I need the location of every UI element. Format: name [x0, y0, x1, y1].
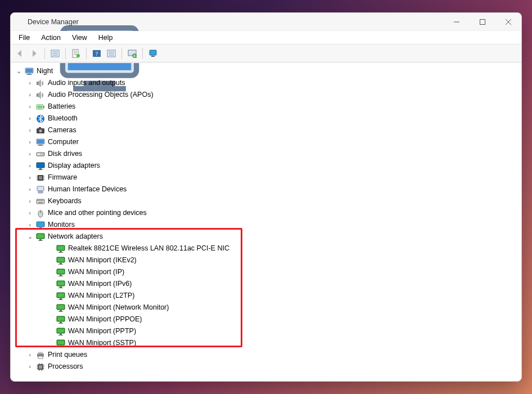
tree-item-label: Batteries: [48, 101, 75, 113]
tree-item-network-adapters[interactable]: ⌄Network adapters: [14, 231, 521, 243]
chevron-right-icon[interactable]: ›: [26, 160, 33, 172]
tree-item-label: WAN Miniport (IKEv2): [68, 254, 137, 266]
wan-miniport-pppoe-icon: [56, 315, 66, 325]
tree-item-label: Print queues: [48, 349, 87, 361]
pane-icon: [107, 49, 116, 58]
close-button[interactable]: [495, 13, 521, 31]
tree-item-label: WAN Miniport (SSTP): [68, 337, 136, 349]
tree-item-wan-miniport-l2tp[interactable]: ›WAN Miniport (L2TP): [14, 290, 521, 302]
menu-help[interactable]: Help: [93, 32, 119, 43]
tree-item-wan-miniport-sstp[interactable]: ›WAN Miniport (SSTP): [14, 337, 521, 349]
tree-item-wan-miniport-ip[interactable]: ›WAN Miniport (IP): [14, 266, 521, 278]
wan-miniport-l2tp-icon: [56, 291, 66, 301]
toolbar-separator: [65, 48, 66, 59]
chevron-right-icon[interactable]: ›: [26, 361, 33, 373]
toolbar-separator: [86, 48, 87, 59]
show-hide-console-tree-button[interactable]: [48, 47, 62, 60]
tree-item-wan-miniport-network-monitor[interactable]: ›WAN Miniport (Network Monitor): [14, 302, 521, 314]
scan-hardware-button[interactable]: [125, 47, 139, 60]
tree-item-audio-processing-objects-apos[interactable]: ›Audio Processing Objects (APOs): [14, 89, 521, 101]
tree-item-label: Audio Processing Objects (APOs): [48, 89, 154, 101]
tree-item-label: Night: [37, 65, 53, 77]
tree-item-realtek-8821ce-wireless-lan-802-11ac-pci-e-nic[interactable]: ›Realtek 8821CE Wireless LAN 802.11ac PC…: [14, 243, 521, 254]
device-manager-window: Device Manager File Action View Help ⌄Ni…: [10, 12, 522, 382]
device-tree[interactable]: ⌄Night›Audio inputs and outputs›Audio Pr…: [11, 63, 521, 381]
device-icon: [148, 49, 157, 58]
tree-item-root[interactable]: ⌄Night: [14, 65, 521, 77]
batteries-icon: [35, 102, 46, 112]
tree-item-print-queues[interactable]: ›Print queues: [14, 349, 521, 361]
tree-item-processors[interactable]: ›Processors: [14, 361, 521, 373]
bluetooth-icon: [35, 114, 46, 124]
chevron-right-icon[interactable]: ›: [26, 124, 33, 136]
chevron-right-icon[interactable]: ›: [26, 136, 33, 148]
processors-icon: [35, 362, 46, 372]
tree-item-label: WAN Miniport (IP): [68, 266, 124, 278]
menu-view[interactable]: View: [66, 32, 93, 43]
properties-button[interactable]: [69, 47, 83, 60]
monitors-icon: [35, 220, 46, 230]
root-icon: [24, 66, 34, 77]
chevron-down-icon[interactable]: ⌄: [15, 65, 22, 77]
window-title: Device Manager: [28, 18, 79, 26]
add-legacy-hardware-button[interactable]: [146, 47, 160, 60]
tree-item-mice-and-other-pointing-devices[interactable]: ›Mice and other pointing devices: [14, 207, 521, 219]
tree-item-keyboards[interactable]: ›Keyboards: [14, 195, 521, 207]
menu-action[interactable]: Action: [35, 32, 66, 43]
chevron-right-icon[interactable]: ›: [26, 195, 33, 207]
minimize-button[interactable]: [444, 13, 470, 31]
chevron-right-icon[interactable]: ›: [26, 113, 33, 124]
tree-item-monitors[interactable]: ›Monitors: [14, 219, 521, 231]
print-queues-icon: [35, 350, 46, 360]
menu-file[interactable]: File: [13, 32, 35, 43]
tree-item-wan-miniport-pppoe[interactable]: ›WAN Miniport (PPPOE): [14, 314, 521, 325]
chevron-right-icon[interactable]: ›: [26, 207, 33, 219]
tree-item-label: Network adapters: [48, 231, 103, 243]
help-button[interactable]: [90, 47, 103, 60]
tree-item-label: Keyboards: [48, 195, 82, 207]
chevron-right-icon[interactable]: ›: [26, 183, 33, 195]
tree-item-label: WAN Miniport (IPv6): [68, 278, 132, 290]
wan-miniport-network-monitor-icon: [56, 303, 66, 313]
tree-item-disk-drives[interactable]: ›Disk drives: [14, 148, 521, 160]
audio-inputs-and-outputs-icon: [35, 78, 46, 88]
tree-item-display-adapters[interactable]: ›Display adapters: [14, 160, 521, 172]
tree-item-wan-miniport-pptp[interactable]: ›WAN Miniport (PPTP): [14, 325, 521, 337]
back-icon: [15, 49, 24, 58]
tree-item-label: Cameras: [48, 124, 76, 136]
mice-and-other-pointing-devices-icon: [35, 208, 46, 218]
chevron-down-icon[interactable]: ⌄: [26, 231, 33, 243]
audio-processing-objects-apos-icon: [35, 90, 46, 100]
title-bar[interactable]: Device Manager: [11, 13, 521, 31]
tree-item-audio-inputs-and-outputs[interactable]: ›Audio inputs and outputs: [14, 77, 521, 89]
tree-item-firmware[interactable]: ›Firmware: [14, 172, 521, 183]
tree-item-computer[interactable]: ›Computer: [14, 136, 521, 148]
tree-item-wan-miniport-ikev2[interactable]: ›WAN Miniport (IKEv2): [14, 254, 521, 266]
tree-item-wan-miniport-ipv6[interactable]: ›WAN Miniport (IPv6): [14, 278, 521, 290]
chevron-right-icon[interactable]: ›: [26, 148, 33, 160]
human-interface-devices-icon: [35, 185, 46, 195]
content-area: ⌄Night›Audio inputs and outputs›Audio Pr…: [11, 62, 521, 381]
tree-item-bluetooth[interactable]: ›Bluetooth: [14, 113, 521, 124]
tree-item-label: Monitors: [48, 219, 75, 231]
chevron-right-icon[interactable]: ›: [26, 219, 33, 231]
app-icon: [15, 17, 24, 26]
tree-item-label: Mice and other pointing devices: [48, 207, 147, 219]
action-pane-button[interactable]: [105, 47, 118, 60]
chevron-right-icon[interactable]: ›: [26, 349, 33, 361]
forward-button[interactable]: [28, 47, 41, 60]
chevron-right-icon[interactable]: ›: [26, 172, 33, 183]
wan-miniport-ipv6-icon: [56, 279, 66, 289]
wan-miniport-ikev2-icon: [56, 256, 66, 266]
tree-item-label: Realtek 8821CE Wireless LAN 802.11ac PCI…: [68, 243, 229, 254]
back-button[interactable]: [13, 47, 26, 60]
maximize-button[interactable]: [470, 13, 495, 31]
tree-item-batteries[interactable]: ›Batteries: [14, 101, 521, 113]
cameras-icon: [35, 126, 46, 136]
chevron-right-icon[interactable]: ›: [26, 101, 33, 113]
tree-item-cameras[interactable]: ›Cameras: [14, 124, 521, 136]
chevron-right-icon[interactable]: ›: [26, 77, 33, 89]
tree-item-label: WAN Miniport (Network Monitor): [68, 302, 169, 314]
chevron-right-icon[interactable]: ›: [26, 89, 33, 101]
tree-item-human-interface-devices[interactable]: ›Human Interface Devices: [14, 183, 521, 195]
